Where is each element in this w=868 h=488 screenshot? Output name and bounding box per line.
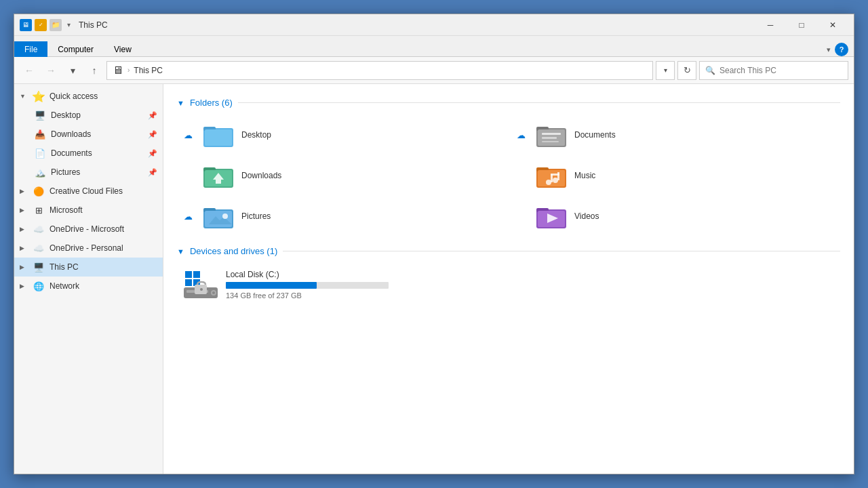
sidebar-item-onedrive-personal[interactable]: ▶ ☁️ OneDrive - Personal bbox=[14, 239, 163, 258]
sidebar-item-quick-access[interactable]: ▼ ⭐ Quick access bbox=[14, 87, 163, 106]
pin-icon-pictures: 📌 bbox=[148, 168, 157, 177]
drive-local-disk[interactable]: Local Disk (C:) 134 GB free of 237 GB bbox=[177, 264, 395, 305]
title-bar-icons: 🖥 ✓ 📁 bbox=[20, 19, 62, 31]
address-path[interactable]: 🖥 › This PC bbox=[106, 61, 653, 80]
sidebar-item-downloads[interactable]: 📥 Downloads 📌 bbox=[14, 125, 163, 144]
search-box: 🔍 bbox=[699, 61, 848, 80]
svg-rect-30 bbox=[185, 271, 192, 278]
tab-computer[interactable]: Computer bbox=[47, 41, 104, 57]
downloads-icon: 📥 bbox=[33, 129, 47, 140]
sidebar-item-desktop[interactable]: 🖥️ Desktop 📌 bbox=[14, 106, 163, 125]
drives-section-header: ▼ Devices and drives (1) bbox=[177, 246, 840, 256]
this-pc-icon: 🖥️ bbox=[32, 262, 45, 272]
expand-icon-this-pc: ▶ bbox=[20, 264, 28, 270]
downloads-folder-name: Downloads bbox=[241, 171, 281, 180]
sidebar-label-onedrive-ms: OneDrive - Microsoft bbox=[50, 224, 157, 234]
svg-rect-19 bbox=[557, 172, 559, 180]
desktop-folder-svg bbox=[203, 123, 233, 147]
desktop-folder-name: Desktop bbox=[241, 130, 271, 140]
folder-music[interactable]: ☁ Music bbox=[510, 157, 840, 195]
refresh-button[interactable]: ↻ bbox=[677, 61, 696, 80]
cloud-icon-music-spacer: ☁ bbox=[517, 171, 526, 181]
svg-rect-8 bbox=[542, 141, 559, 142]
pc-icon: 🖥 bbox=[113, 64, 123, 77]
sidebar-label-quick-access: Quick access bbox=[50, 92, 157, 101]
sidebar-item-this-pc[interactable]: ▶ 🖥️ This PC bbox=[14, 258, 163, 277]
sidebar-label-documents: Documents bbox=[51, 148, 144, 158]
back-button[interactable]: ← bbox=[20, 61, 39, 80]
expand-icon-network: ▶ bbox=[20, 283, 28, 289]
microsoft-icon: ⊞ bbox=[32, 205, 45, 216]
folder-pictures[interactable]: ☁ Pictures bbox=[177, 197, 507, 235]
expand-icon-od-ms: ▶ bbox=[20, 226, 28, 232]
folders-section-title: Folders (6) bbox=[190, 98, 233, 108]
folder-desktop[interactable]: ☁ Desktop bbox=[177, 116, 507, 154]
sidebar-label-microsoft: Microsoft bbox=[50, 205, 157, 215]
ribbon-chevron-icon[interactable]: ▾ bbox=[827, 45, 831, 54]
pictures-icon: 🏔️ bbox=[33, 167, 47, 178]
checkmark-icon: ✓ bbox=[35, 19, 47, 31]
onedrive-ms-icon: ☁️ bbox=[32, 224, 45, 235]
address-dropdown-button[interactable]: ▾ bbox=[656, 61, 675, 80]
minimize-button[interactable]: ─ bbox=[755, 14, 786, 36]
svg-rect-20 bbox=[551, 174, 559, 176]
network-icon: 🌐 bbox=[32, 281, 45, 291]
videos-folder-name: Videos bbox=[574, 211, 599, 221]
videos-folder-svg bbox=[536, 204, 566, 228]
drive-icon-wrapper bbox=[184, 270, 219, 300]
monitor-icon: 🖥 bbox=[20, 19, 32, 31]
up-button[interactable]: ↑ bbox=[85, 61, 104, 80]
forward-button[interactable]: → bbox=[41, 61, 60, 80]
pictures-folder-icon bbox=[202, 203, 235, 230]
drive-info: Local Disk (C:) 134 GB free of 237 GB bbox=[226, 270, 389, 300]
folder-documents[interactable]: ☁ Documents bbox=[510, 116, 840, 154]
file-explorer-window: 🖥 ✓ 📁 ▾ This PC ─ □ ✕ File Computer View… bbox=[14, 14, 854, 474]
folder-videos[interactable]: ☁ Videos bbox=[510, 197, 840, 235]
svg-rect-31 bbox=[193, 271, 200, 278]
documents-folder-svg bbox=[536, 123, 566, 147]
folders-toggle[interactable]: ▼ bbox=[177, 99, 184, 107]
music-folder-icon bbox=[535, 162, 568, 189]
svg-point-36 bbox=[212, 291, 215, 294]
folder-icon-small: 📁 bbox=[50, 19, 62, 31]
drives-divider bbox=[283, 251, 840, 251]
creative-cloud-icon: 🟠 bbox=[32, 186, 45, 197]
sidebar-label-network: Network bbox=[50, 281, 157, 291]
pictures-folder-name: Pictures bbox=[241, 211, 271, 221]
help-button[interactable]: ? bbox=[835, 43, 848, 56]
sidebar-item-creative-cloud[interactable]: ▶ 🟠 Creative Cloud Files bbox=[14, 182, 163, 201]
title-dropdown-arrow[interactable]: ▾ bbox=[67, 21, 71, 28]
folder-downloads[interactable]: ☁ Downloads bbox=[177, 157, 507, 195]
ribbon: File Computer View ▾ ? bbox=[14, 36, 854, 57]
documents-folder-name: Documents bbox=[574, 130, 616, 140]
window-title: This PC bbox=[79, 20, 755, 30]
videos-folder-icon bbox=[535, 203, 568, 230]
tab-file[interactable]: File bbox=[14, 41, 47, 57]
sidebar-item-pictures[interactable]: 🏔️ Pictures 📌 bbox=[14, 163, 163, 182]
history-dropdown-button[interactable]: ▾ bbox=[63, 61, 82, 80]
sidebar-item-microsoft[interactable]: ▶ ⊞ Microsoft bbox=[14, 201, 163, 220]
folders-section-header: ▼ Folders (6) bbox=[177, 98, 840, 108]
ribbon-help-area: ▾ ? bbox=[821, 43, 854, 56]
drive-bar-background bbox=[226, 282, 389, 289]
sidebar-item-onedrive-ms[interactable]: ▶ ☁️ OneDrive - Microsoft bbox=[14, 220, 163, 239]
tab-view[interactable]: View bbox=[104, 41, 142, 57]
pin-icon-documents: 📌 bbox=[148, 149, 157, 158]
documents-folder-icon bbox=[535, 121, 568, 148]
expand-icon-od-p: ▶ bbox=[20, 245, 28, 251]
desktop-folder-icon bbox=[202, 121, 235, 148]
pin-icon-desktop: 📌 bbox=[148, 111, 157, 120]
ribbon-tabs: File Computer View ▾ ? bbox=[14, 36, 854, 56]
sidebar-item-documents[interactable]: 📄 Documents 📌 bbox=[14, 144, 163, 163]
sidebar: ▼ ⭐ Quick access 🖥️ Desktop 📌 📥 Download… bbox=[14, 84, 163, 474]
search-input[interactable] bbox=[719, 66, 842, 75]
window-controls: ─ □ ✕ bbox=[755, 14, 848, 36]
close-button[interactable]: ✕ bbox=[817, 14, 848, 36]
drive-name: Local Disk (C:) bbox=[226, 270, 389, 279]
title-bar: 🖥 ✓ 📁 ▾ This PC ─ □ ✕ bbox=[14, 14, 854, 36]
svg-rect-32 bbox=[185, 279, 192, 286]
expand-icon: ▼ bbox=[20, 93, 28, 100]
maximize-button[interactable]: □ bbox=[786, 14, 817, 36]
sidebar-item-network[interactable]: ▶ 🌐 Network bbox=[14, 277, 163, 296]
drives-toggle[interactable]: ▼ bbox=[177, 247, 184, 256]
